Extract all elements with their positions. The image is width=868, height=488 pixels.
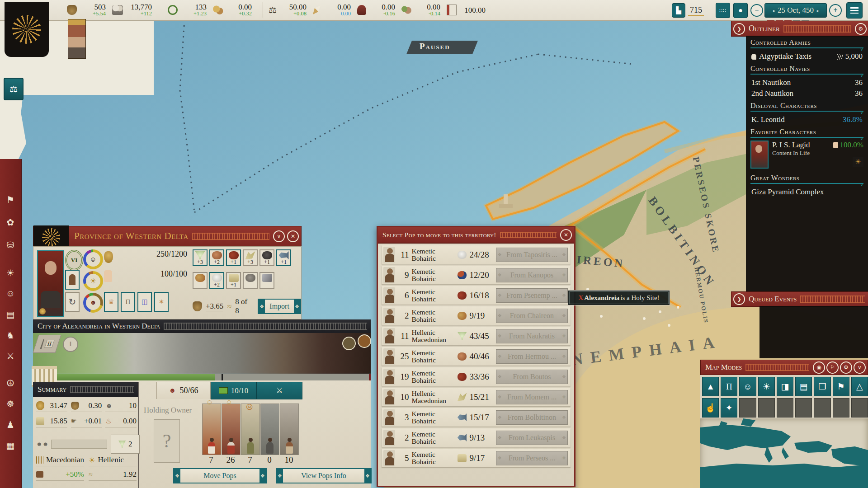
from-territory-button[interactable]: ❖From Psenemp ...❖	[496, 288, 568, 303]
trade-button[interactable]: ◫	[137, 292, 152, 312]
sidebar-item-characters[interactable]: ♟	[0, 419, 21, 430]
wine-rations-badge[interactable]: 2	[111, 435, 140, 454]
culture-pie[interactable]: ☺	[83, 249, 103, 269]
wonder-row[interactable]: Giza Pyramid Complex	[750, 187, 863, 197]
buildings-button[interactable]: Π	[121, 292, 135, 312]
from-territory-button[interactable]: ❖From Leukaspis❖	[496, 431, 568, 445]
date-prev-arrow[interactable]: ▸	[773, 8, 775, 13]
from-territory-button[interactable]: ❖From Naukratis❖	[496, 329, 568, 343]
city-religion[interactable]: ☀Hellenic	[89, 455, 137, 466]
stat-food-production[interactable]: ♨0.00	[105, 417, 137, 427]
garrison-icon[interactable]	[342, 337, 356, 350]
collapse-chevron-icon[interactable]: ∨	[854, 361, 866, 374]
good-dates[interactable]: +1	[226, 249, 241, 266]
sidebar-item-religion[interactable]: ☀	[0, 267, 21, 278]
mapmode-trade-goods[interactable]: ◨	[777, 377, 793, 396]
mapmode-war[interactable]: ⚑	[833, 377, 849, 396]
stat-migration[interactable]: ☛+0.01	[71, 417, 102, 427]
speed-up-button[interactable]: +	[829, 4, 842, 17]
mapmode-opinion[interactable]: ☝	[702, 398, 719, 418]
outliner-settings-button[interactable]: ⚙	[855, 23, 867, 35]
city-tab-buildings[interactable]: 10/10	[211, 382, 256, 399]
import-button[interactable]: ❖ Import ❖	[258, 299, 301, 314]
sidebar-item-provinces[interactable]: ▦	[0, 440, 21, 451]
mapmode-resources[interactable]: ❒	[814, 377, 830, 396]
sidebar-item-government[interactable]: ⚖	[4, 78, 24, 100]
wonder-button[interactable]: ✶	[154, 292, 169, 312]
navy-row[interactable]: 2nd Nautikon36	[750, 88, 863, 99]
governor-portrait[interactable]	[37, 250, 64, 317]
stat-trade[interactable]: 15.85	[36, 417, 67, 427]
stat-food[interactable]: 31.47	[36, 401, 67, 412]
mapmode-topography[interactable]: △	[851, 377, 868, 396]
pop-type-citizens[interactable]	[202, 404, 221, 455]
ruler-banner[interactable]	[68, 19, 86, 59]
sidebar-item-economy[interactable]: ⛁	[0, 239, 21, 250]
treasures-button[interactable]: ♕	[104, 292, 118, 312]
mapmode-religion[interactable]: ☀	[758, 377, 775, 396]
good-salt[interactable]: +2	[209, 272, 224, 289]
sidebar-item-laws[interactable]: ▤	[0, 309, 21, 320]
navy-row[interactable]: 1st Nautikon36	[750, 77, 863, 88]
resource-stability[interactable]: ⚖ 50.00+0.08	[268, 3, 307, 17]
research-counter[interactable]: ▙ 715	[672, 3, 704, 18]
good-papyrus[interactable]: +1	[226, 272, 241, 289]
gear-icon[interactable]: ⚙	[840, 361, 852, 374]
pop-type-tribesmen[interactable]	[241, 404, 260, 455]
holding-owner-placeholder[interactable]: ?	[154, 419, 180, 463]
minimap[interactable]	[700, 418, 868, 488]
column-badge[interactable]: ‖	[63, 337, 78, 352]
resource-military-experience[interactable]: 133+1.23	[168, 3, 207, 17]
minimize-province-button[interactable]: ∨	[273, 230, 285, 242]
good-wool[interactable]: +1	[259, 249, 274, 266]
good-wine[interactable]: +3	[193, 249, 208, 266]
good-spices[interactable]	[193, 272, 208, 289]
sidebar-item-units[interactable]: ♞	[0, 330, 21, 341]
resource-treasury[interactable]: 503+5.54	[67, 3, 106, 17]
search-icon[interactable]: ◉	[813, 361, 825, 374]
city-culture[interactable]: Macedonian	[36, 455, 84, 466]
good-leather[interactable]	[243, 272, 258, 289]
resource-legitimacy[interactable]: 100.00	[447, 5, 486, 15]
from-territory-button[interactable]: ❖From Bolbitinon❖	[496, 410, 568, 425]
ledger-grid-button[interactable]: ∷∷	[716, 3, 730, 18]
messages-button[interactable]: ●	[733, 3, 748, 18]
close-province-button[interactable]: ✕	[287, 230, 299, 242]
sidebar-item-culture[interactable]: ☺	[0, 288, 21, 299]
city-tab-population[interactable]: ☻ 50/66	[156, 382, 211, 399]
mapmode-terrain[interactable]: ▲	[702, 377, 719, 396]
pop-type-freemen[interactable]	[222, 404, 241, 455]
resource-manpower[interactable]: 13,770+112	[112, 3, 152, 17]
favorite-character-row[interactable]: P. I S. Lagid 100.0% Content In Life ☀	[750, 141, 863, 169]
menu-button[interactable]	[846, 2, 863, 19]
mapmode-culture[interactable]: ☺	[739, 377, 756, 396]
religion-pie[interactable]: ☀	[83, 271, 103, 291]
from-territory-button[interactable]: ❖From Hermou ...❖	[496, 349, 568, 364]
collapse-outliner-button[interactable]: ❯	[733, 23, 745, 35]
country-flag[interactable]	[5, 2, 49, 57]
disloyal-character-row[interactable]: K. Leontid 36.8%	[750, 114, 863, 125]
good-earthenware[interactable]: +2	[209, 249, 224, 266]
obelisk-badge[interactable]: II	[33, 335, 61, 353]
mapmode-economy[interactable]: ▤	[795, 377, 812, 396]
mapmode-trade-routes[interactable]: ✦	[721, 398, 737, 418]
civilization-value[interactable]: ≈1.92	[89, 470, 137, 481]
population-pie[interactable]: ☻	[83, 293, 103, 313]
good-fish[interactable]: +1	[276, 249, 291, 266]
close-dialog-button[interactable]: ✕	[560, 229, 572, 241]
pop-type-nobles[interactable]	[280, 404, 299, 455]
date-display[interactable]: ▸ 25 Oct, 450 ◂	[764, 3, 827, 18]
mapmode-political[interactable]: Π	[721, 377, 737, 396]
flag-mode-icon[interactable]: ⚐	[826, 361, 839, 374]
open-capital-button[interactable]	[65, 270, 80, 290]
from-territory-button[interactable]: ❖From Kanopos❖	[496, 268, 568, 282]
sidebar-item-technology[interactable]: ☸	[0, 399, 21, 409]
resource-gold[interactable]: 0.00+0.32	[213, 3, 252, 17]
stat-tax[interactable]: 0.30	[71, 401, 102, 412]
date-next-arrow[interactable]: ◂	[816, 8, 818, 13]
sidebar-item-national-ideas[interactable]: ✿	[0, 217, 21, 228]
good-iron[interactable]	[259, 272, 274, 289]
army-row[interactable]: Aigyptiake Taxis 5,000	[750, 51, 863, 62]
pop-type-slaves[interactable]	[260, 404, 279, 455]
resource-aggressive-expansion[interactable]: 0.00-0.14	[401, 3, 440, 17]
